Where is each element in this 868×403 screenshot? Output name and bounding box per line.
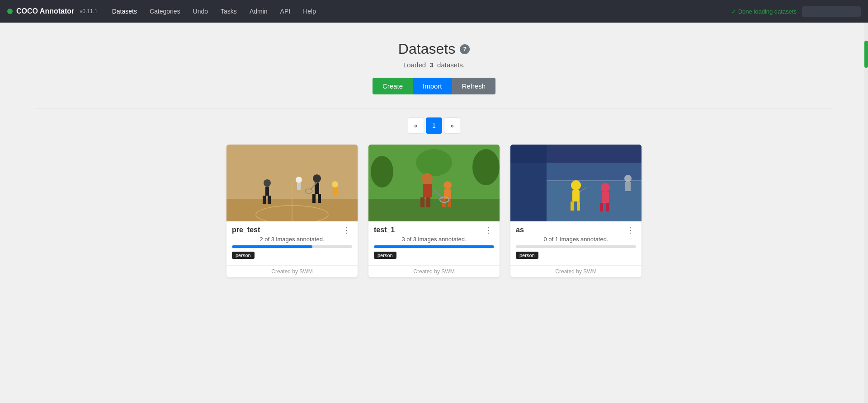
svg-point-22 [416, 149, 452, 176]
brand-title: COCO Annotator [16, 7, 74, 15]
nav-item-help[interactable]: Help [297, 5, 321, 18]
svg-point-8 [313, 174, 321, 183]
card-footer: Created by SWM [226, 265, 358, 277]
card-image [368, 145, 500, 221]
svg-point-38 [571, 180, 581, 190]
svg-point-47 [624, 175, 632, 182]
card-body: as ⋮ 0 of 1 images annotated. person [510, 221, 642, 263]
svg-rect-7 [268, 196, 271, 204]
card-menu-button[interactable]: ⋮ [482, 226, 494, 234]
divider [36, 108, 832, 108]
pagination-prev[interactable]: « [408, 117, 424, 134]
dataset-card[interactable]: test_1 ⋮ 3 of 3 images annotated. person… [368, 145, 500, 277]
brand: COCO Annotator v0.11.1 [7, 7, 98, 15]
nav-item-categories[interactable]: Categories [144, 5, 186, 18]
page-title: Datasets [398, 41, 455, 57]
loaded-prefix: Loaded [403, 61, 426, 69]
progress-bar [516, 245, 636, 248]
svg-rect-35 [510, 145, 547, 221]
svg-rect-29 [442, 199, 446, 207]
svg-rect-6 [263, 196, 266, 204]
nav-item-admin[interactable]: Admin [244, 5, 273, 18]
loaded-suffix: datasets. [437, 61, 465, 69]
main-content: Datasets ? Loaded 3 datasets. Create Imp… [0, 23, 868, 403]
loaded-text: Loaded 3 datasets. [9, 61, 859, 69]
card-image [510, 145, 642, 221]
create-button[interactable]: Create [373, 78, 413, 94]
import-button[interactable]: Import [413, 78, 452, 94]
card-tags: person [232, 252, 352, 259]
search-input[interactable] [802, 6, 861, 17]
card-annotation-text: 2 of 3 images annotated. [232, 236, 352, 243]
svg-point-23 [422, 173, 433, 184]
card-title-row: as ⋮ [516, 226, 636, 234]
tag[interactable]: person [516, 252, 538, 259]
scrollbar-thumb[interactable] [864, 41, 868, 68]
card-title-row: pre_test ⋮ [232, 226, 352, 234]
card-footer: Created by SWM [510, 265, 642, 277]
svg-rect-5 [265, 187, 269, 196]
action-buttons: Create Import Refresh [9, 78, 859, 94]
scrollbar-track[interactable] [864, 23, 868, 403]
card-annotation-text: 0 of 1 images annotated. [516, 236, 636, 243]
card-menu-button[interactable]: ⋮ [624, 226, 636, 234]
help-icon[interactable]: ? [460, 44, 470, 54]
svg-point-43 [601, 183, 610, 192]
card-image [226, 145, 358, 221]
page-title-row: Datasets ? [9, 41, 859, 57]
svg-rect-25 [420, 197, 425, 207]
tag[interactable]: person [374, 252, 396, 259]
card-tags: person [516, 252, 636, 259]
pagination-page-1[interactable]: 1 [426, 117, 442, 134]
svg-rect-46 [606, 203, 609, 211]
navbar-nav: Datasets Categories Undo Tasks Admin API… [107, 5, 731, 18]
page-header: Datasets ? Loaded 3 datasets. Create Imp… [9, 41, 859, 94]
svg-rect-30 [448, 199, 451, 207]
svg-rect-44 [602, 192, 609, 203]
cards-grid: pre_test ⋮ 2 of 3 images annotated. pers… [9, 145, 859, 277]
tag[interactable]: person [232, 252, 255, 259]
brand-dot [7, 9, 13, 14]
progress-fill [374, 245, 494, 248]
svg-point-12 [332, 181, 338, 187]
progress-fill [232, 245, 312, 248]
svg-rect-19 [368, 199, 500, 221]
dataset-card[interactable]: as ⋮ 0 of 1 images annotated. person Cre… [510, 145, 642, 277]
dataset-count: 3 [429, 61, 433, 69]
nav-item-undo[interactable]: Undo [188, 5, 213, 18]
brand-version: v0.11.1 [80, 8, 97, 14]
svg-point-4 [264, 179, 271, 187]
card-body: test_1 ⋮ 3 of 3 images annotated. person [368, 221, 500, 263]
dataset-card[interactable]: pre_test ⋮ 2 of 3 images annotated. pers… [226, 145, 358, 277]
card-title: as [516, 226, 524, 234]
nav-item-datasets[interactable]: Datasets [107, 5, 142, 18]
refresh-button[interactable]: Refresh [452, 78, 496, 94]
svg-rect-10 [312, 194, 316, 203]
navbar-right: Done loading datasets [731, 6, 861, 17]
svg-point-14 [296, 177, 302, 183]
card-footer: Created by SWM [368, 265, 500, 277]
svg-rect-45 [600, 203, 603, 211]
card-body: pre_test ⋮ 2 of 3 images annotated. pers… [226, 221, 358, 263]
svg-rect-39 [572, 190, 580, 202]
loading-status: Done loading datasets [731, 8, 797, 15]
svg-rect-48 [625, 182, 631, 191]
card-title: test_1 [374, 226, 395, 234]
card-tags: person [374, 252, 494, 259]
progress-bar [374, 245, 494, 248]
svg-point-21 [472, 149, 500, 185]
svg-rect-26 [426, 197, 430, 207]
svg-rect-15 [297, 183, 301, 190]
card-title-row: test_1 ⋮ [374, 226, 494, 234]
svg-rect-41 [577, 202, 580, 211]
svg-rect-13 [333, 187, 337, 196]
nav-item-tasks[interactable]: Tasks [215, 5, 242, 18]
card-menu-button[interactable]: ⋮ [340, 226, 352, 234]
nav-item-api[interactable]: API [275, 5, 296, 18]
svg-point-27 [443, 181, 452, 189]
navbar: COCO Annotator v0.11.1 Datasets Categori… [0, 0, 868, 23]
svg-rect-40 [571, 202, 574, 211]
pagination-next[interactable]: » [444, 117, 460, 134]
svg-point-20 [371, 156, 393, 187]
pagination: « 1 » [9, 117, 859, 134]
